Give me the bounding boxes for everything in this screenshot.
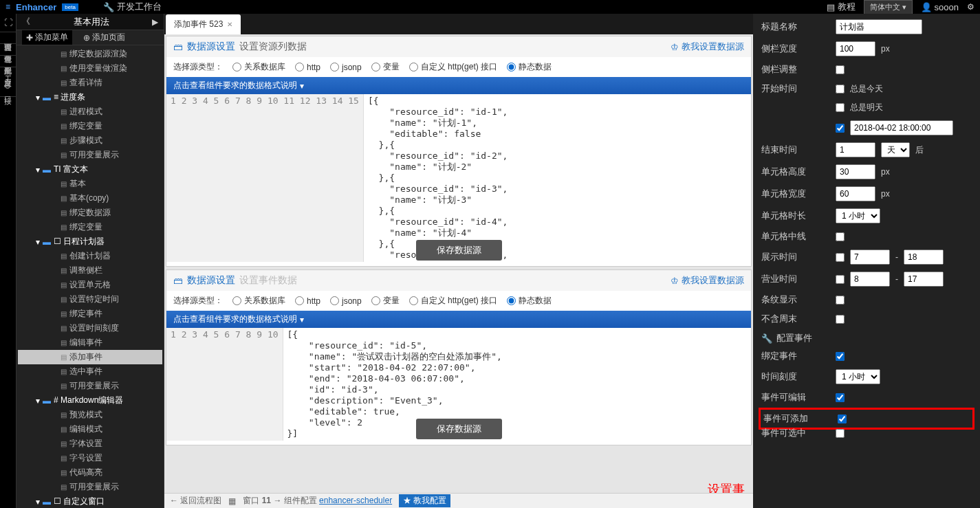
tree-group[interactable]: ▾▬TI 富文本: [18, 162, 162, 177]
tree-item[interactable]: ▤基本(copy): [18, 191, 162, 206]
source-type-radio[interactable]: http: [295, 61, 320, 73]
tree-item[interactable]: ▤步骤模式: [18, 133, 162, 148]
business-from-input[interactable]: [850, 272, 890, 287]
sidebar-width-input[interactable]: [836, 41, 875, 56]
tree-item[interactable]: ▤编辑事件: [18, 335, 162, 350]
vtab-role[interactable]: 角色管理: [0, 44, 16, 56]
time-scale-select[interactable]: 1 小时: [836, 369, 880, 384]
source-type-radio[interactable]: 关系数据库: [232, 295, 285, 307]
ds-help-link[interactable]: ♔教我设置数据源: [671, 41, 744, 53]
tree-item[interactable]: ▤可用变量展示: [18, 379, 162, 393]
tree-item[interactable]: ▤基本: [18, 177, 162, 191]
tree-item[interactable]: ▤绑定变量: [18, 119, 162, 133]
start-date-input[interactable]: [850, 120, 953, 135]
back-link[interactable]: ← 返回流程图: [170, 495, 221, 507]
end-time-input[interactable]: [836, 142, 875, 157]
prop-label: 条纹显示: [761, 294, 830, 306]
save-datasource-button[interactable]: 保存数据源: [416, 240, 502, 261]
business-to-input[interactable]: [904, 272, 944, 287]
tutorial-link[interactable]: ▤教程: [827, 1, 856, 13]
language-selector[interactable]: 简体中文 ▾: [864, 0, 913, 14]
tree-item[interactable]: ▤预览模式: [18, 408, 162, 422]
display-to-input[interactable]: [904, 250, 944, 265]
collapse-icon[interactable]: 《: [22, 16, 30, 27]
event-selectable-check[interactable]: [836, 429, 845, 438]
stripe-check[interactable]: [836, 296, 845, 305]
tree-group[interactable]: ▾▬≡ 进度条: [18, 90, 162, 104]
menu-icon[interactable]: ≡: [6, 2, 10, 12]
display-time-check[interactable]: [836, 253, 845, 262]
format-help-bar[interactable]: 点击查看组件要求的数据格式说明▾: [166, 77, 751, 94]
types-label: 选择源类型：: [173, 295, 223, 307]
tree-item[interactable]: ▤字号设置: [18, 451, 162, 465]
tree-item[interactable]: ▤选中事件: [18, 364, 162, 379]
tree-item[interactable]: ▤进程模式: [18, 104, 162, 119]
source-type-radio[interactable]: 自定义 http(get) 接口: [409, 295, 497, 307]
tree-item[interactable]: ▤绑定变量: [18, 220, 162, 234]
play-icon[interactable]: ▶: [152, 17, 158, 27]
workbench-link[interactable]: 🔧开发工作台: [103, 1, 162, 13]
sidebar-adjust-check[interactable]: [836, 65, 845, 74]
exclude-weekend-check[interactable]: [836, 315, 845, 324]
tree-item[interactable]: ▤绑定数据源渲染: [18, 47, 162, 61]
source-type-radio[interactable]: 变量: [371, 295, 400, 307]
tree-group[interactable]: ▾▬# Markdown编辑器: [18, 393, 162, 408]
add-page-button[interactable]: ⊕添加页面: [79, 30, 129, 45]
tree-item[interactable]: ▤可用变量展示: [18, 480, 162, 494]
source-type-radio[interactable]: jsonp: [330, 295, 362, 307]
tree-item[interactable]: ▤调整侧栏: [18, 263, 162, 278]
source-type-radio[interactable]: http: [295, 295, 320, 307]
settings-icon[interactable]: ⚙: [967, 2, 974, 12]
display-from-input[interactable]: [850, 250, 890, 265]
tree-item[interactable]: ▤设置时间刻度: [18, 321, 162, 335]
source-type-radio[interactable]: 关系数据库: [232, 61, 285, 73]
tree-item[interactable]: ▤设置单元格: [18, 278, 162, 292]
cell-width-input[interactable]: [836, 186, 875, 201]
user-link[interactable]: 👤sooon: [921, 2, 959, 12]
component-link[interactable]: enhancer-scheduler: [319, 496, 392, 505]
tree-item[interactable]: ▤绑定事件: [18, 307, 162, 321]
tree-item[interactable]: ▤创建计划器: [18, 249, 162, 263]
tree-item[interactable]: ▤使用变量做渲染: [18, 61, 162, 76]
cell-duration-select[interactable]: 1 小时: [836, 208, 880, 223]
title-name-input[interactable]: [836, 19, 922, 34]
format-help-bar[interactable]: 点击查看组件要求的数据格式说明▾: [166, 311, 751, 328]
tree-item[interactable]: ▤字体设置: [18, 437, 162, 451]
cell-midline-check[interactable]: [836, 232, 845, 241]
tree-item[interactable]: ▤查看详情: [18, 76, 162, 90]
source-type-radio[interactable]: 自定义 http(get) 接口: [409, 61, 497, 73]
file-icon: ▤: [61, 339, 67, 346]
tree-item[interactable]: ▤添加事件: [18, 350, 162, 364]
tree-item[interactable]: ▤可用变量展示: [18, 148, 162, 162]
source-type-radio[interactable]: 变量: [371, 61, 400, 73]
cell-height-input[interactable]: [836, 164, 875, 179]
source-type-radio[interactable]: 静态数据: [507, 295, 552, 307]
tree-item[interactable]: ▤设置特定时间: [18, 292, 162, 307]
source-type-radio[interactable]: 静态数据: [507, 61, 552, 73]
save-datasource-button[interactable]: 保存数据源: [416, 419, 502, 439]
vtab-global[interactable]: 全局配置: [0, 56, 16, 67]
end-time-unit-select[interactable]: 天: [881, 142, 910, 157]
bind-event-check[interactable]: [836, 352, 845, 361]
tree-item[interactable]: ▤代码高亮: [18, 465, 162, 480]
tab-item[interactable]: 添加事件 523 ✕: [166, 14, 241, 34]
event-addable-check[interactable]: [838, 415, 847, 423]
vtab-expand-icon[interactable]: ⛶: [0, 14, 16, 32]
tree-group[interactable]: ▾▬☐ 日程计划器: [18, 234, 162, 249]
vtab-page[interactable]: 页面管理: [0, 32, 16, 44]
teach-button[interactable]: ★ 教我配置: [399, 494, 450, 507]
event-editable-check[interactable]: [836, 393, 845, 402]
tree-group[interactable]: ▾▬☐ 自定义窗口: [18, 494, 162, 508]
always-today-check[interactable]: [836, 85, 845, 93]
add-menu-button[interactable]: ✚添加菜单: [22, 30, 72, 45]
date-check[interactable]: [836, 124, 845, 133]
source-type-radio[interactable]: jsonp: [330, 61, 362, 73]
tree-item[interactable]: ▤绑定数据源: [18, 206, 162, 220]
close-icon[interactable]: ✕: [227, 21, 232, 28]
tree-item[interactable]: ▤编辑模式: [18, 422, 162, 437]
ds-title: 数据源设置: [187, 274, 235, 287]
vtab-http[interactable]: 自定义 Http 接口: [0, 67, 16, 97]
business-time-check[interactable]: [836, 275, 845, 284]
always-tomorrow-check[interactable]: [836, 103, 845, 112]
ds-help-link[interactable]: ♔教我设置数据源: [671, 274, 744, 287]
